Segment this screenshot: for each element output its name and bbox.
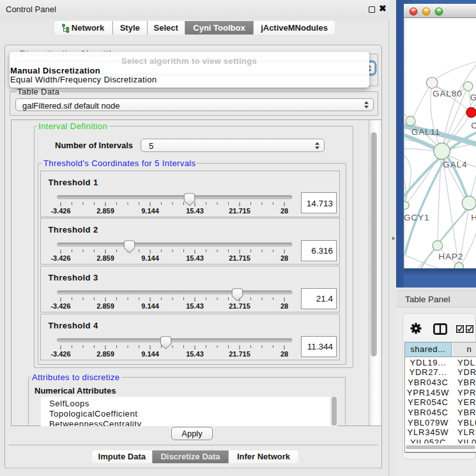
svg-text:28: 28 — [280, 254, 288, 262]
svg-text:2.859: 2.859 — [96, 254, 114, 262]
svg-text:21.715: 21.715 — [229, 206, 250, 214]
svg-text:21.715: 21.715 — [229, 254, 250, 262]
svg-text:-3.426: -3.426 — [50, 302, 70, 310]
svg-text:C: C — [471, 121, 476, 130]
svg-text:28: 28 — [280, 302, 288, 310]
svg-text:28: 28 — [280, 350, 288, 358]
svg-text:2.859: 2.859 — [96, 350, 114, 358]
svg-text:HAP2: HAP2 — [438, 252, 463, 261]
svg-text:GAL4: GAL4 — [443, 160, 467, 169]
svg-text:GA: GA — [470, 93, 476, 102]
svg-text:9.144: 9.144 — [141, 350, 159, 358]
svg-text:15.43: 15.43 — [186, 350, 204, 358]
svg-text:9.144: 9.144 — [141, 302, 159, 310]
svg-text:-3.426: -3.426 — [50, 350, 70, 358]
svg-text:21.715: 21.715 — [229, 350, 250, 358]
svg-text:-3.426: -3.426 — [50, 206, 70, 214]
svg-text:21.715: 21.715 — [229, 302, 250, 310]
svg-text:GAL11: GAL11 — [411, 127, 440, 137]
svg-text:GAL80: GAL80 — [433, 89, 463, 98]
svg-text:15.43: 15.43 — [186, 206, 204, 214]
svg-text:H: H — [471, 213, 476, 222]
svg-text:15.43: 15.43 — [186, 302, 204, 310]
svg-text:2.859: 2.859 — [96, 206, 114, 214]
svg-text:28: 28 — [280, 206, 288, 214]
svg-text:9.144: 9.144 — [141, 254, 159, 262]
svg-text:-3.426: -3.426 — [50, 254, 70, 262]
svg-text:15.43: 15.43 — [186, 254, 204, 262]
svg-text:GCY1: GCY1 — [404, 213, 429, 222]
svg-text:9.144: 9.144 — [141, 206, 159, 214]
svg-text:2.859: 2.859 — [96, 302, 114, 310]
